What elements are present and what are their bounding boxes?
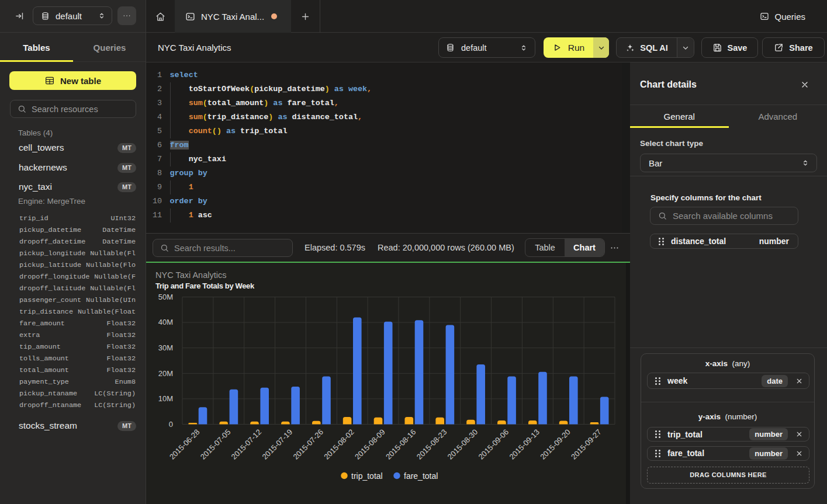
svg-text:2015-06-28: 2015-06-28 xyxy=(168,427,202,461)
svg-text:20M: 20M xyxy=(158,369,173,378)
svg-text:2015-08-02: 2015-08-02 xyxy=(322,427,356,461)
svg-text:2015-09-13: 2015-09-13 xyxy=(507,427,541,461)
svg-text:2015-09-20: 2015-09-20 xyxy=(538,427,572,461)
svg-text:2015-09-27: 2015-09-27 xyxy=(569,427,603,461)
svg-text:2015-09-06: 2015-09-06 xyxy=(476,427,510,461)
svg-text:2015-07-12: 2015-07-12 xyxy=(230,427,264,461)
svg-text:2015-08-16: 2015-08-16 xyxy=(384,427,418,461)
svg-text:30M: 30M xyxy=(158,343,173,352)
svg-text:2015-08-23: 2015-08-23 xyxy=(415,427,449,461)
svg-text:10M: 10M xyxy=(158,394,173,403)
svg-text:2015-08-30: 2015-08-30 xyxy=(446,427,480,461)
svg-text:2015-07-05: 2015-07-05 xyxy=(199,427,233,461)
svg-text:0: 0 xyxy=(169,420,173,429)
svg-text:50M: 50M xyxy=(158,293,173,301)
svg-text:2015-07-26: 2015-07-26 xyxy=(291,427,325,461)
svg-text:trip_total: trip_total xyxy=(351,471,383,481)
svg-text:2015-08-09: 2015-08-09 xyxy=(353,427,387,461)
svg-text:fare_total: fare_total xyxy=(404,471,438,481)
svg-text:2015-07-19: 2015-07-19 xyxy=(260,427,294,461)
svg-text:40M: 40M xyxy=(158,318,173,326)
